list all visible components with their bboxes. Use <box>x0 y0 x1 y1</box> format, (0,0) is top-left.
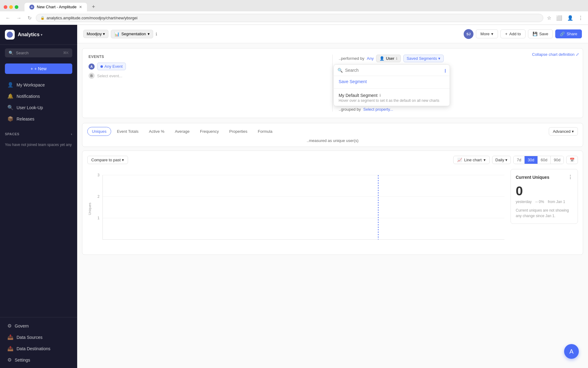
save-button[interactable]: 💾 Save <box>528 29 553 38</box>
compare-to-past-button[interactable]: Compare to past ▾ <box>87 156 128 164</box>
select-property-btn[interactable]: Select property... <box>363 107 393 112</box>
stats-meta: yesterday -- 0% from Jan 1 <box>516 200 573 204</box>
forward-button[interactable]: → <box>15 14 23 22</box>
dropdown-search-input[interactable] <box>345 68 442 73</box>
dropdown-menu: 🔍 | Save Segment My Defa <box>334 64 450 106</box>
line-chart-selector[interactable]: 📈 Line chart ▾ <box>453 156 489 164</box>
main-content: Moodjoy ▾ 📊 Segmentation ▾ ℹ SJ More ▾ <box>77 25 588 368</box>
share-button[interactable]: 🔗 Share <box>555 29 582 38</box>
sidebar-item-govern[interactable]: ⚙ Govern <box>2 320 75 331</box>
sidebar-item-settings[interactable]: ⚙ Settings <box>2 355 75 365</box>
fab-icon: A <box>569 348 573 355</box>
extensions-icon[interactable]: ⬜ <box>555 14 564 22</box>
events-panel: Events A Any Event B Select event... <box>89 55 333 112</box>
new-button[interactable]: + + New <box>5 63 72 74</box>
reload-button[interactable]: ↻ <box>26 14 33 22</box>
performed-by-row: ..performed by Any 👤 User ℹ Saved Segmen… <box>339 55 577 62</box>
search-input[interactable]: 🔍 Search ⌘K <box>5 48 72 57</box>
save-segment-item[interactable]: Save Segment <box>334 76 450 87</box>
chart-type-selector[interactable]: 📊 Segmentation ▾ <box>111 30 153 38</box>
advanced-button[interactable]: Advanced ▾ <box>549 127 578 136</box>
menu-icon[interactable]: ⋮ <box>577 14 584 22</box>
spaces-section: SPACES › <box>0 127 77 138</box>
user-badge[interactable]: 👤 User ℹ <box>376 55 401 62</box>
add-to-button[interactable]: + Add to <box>500 29 525 38</box>
minimize-window-btn[interactable] <box>9 5 13 9</box>
sidebar-item-releases[interactable]: 📦 Releases <box>2 113 75 124</box>
sidebar-bottom: ⚙ Govern 📥 Data Sources 📤 Data Destinati… <box>0 317 77 368</box>
event-any-event[interactable]: Any Event <box>97 63 126 70</box>
line-chart-chevron-icon: ▾ <box>484 158 486 162</box>
user-icon: 👤 <box>379 56 384 61</box>
dropdown-search-icon: 🔍 <box>337 68 343 73</box>
browser-tab[interactable]: A New Chart - Amplitude ✕ <box>24 3 87 11</box>
date-60d-btn[interactable]: 60d <box>538 156 551 164</box>
close-window-btn[interactable] <box>4 5 7 9</box>
tab-properties[interactable]: Properties <box>224 127 252 136</box>
stats-value: 0 <box>516 184 573 198</box>
project-selector[interactable]: Moodjoy ▾ <box>83 30 108 38</box>
tab-close-btn[interactable]: ✕ <box>79 5 82 9</box>
event-label-a: A <box>89 63 95 70</box>
chart-graph: 3 2 1 Uniques <box>87 169 504 250</box>
sidebar-item-notifications[interactable]: 🔔 Notifications <box>2 91 75 102</box>
tab-event-totals[interactable]: Event Totals <box>112 127 143 136</box>
stats-more-btn[interactable]: ⋮ <box>568 174 573 180</box>
daily-selector[interactable]: Daily ▾ <box>492 156 511 164</box>
spaces-arrow-icon[interactable]: › <box>71 132 72 136</box>
address-bar[interactable]: 🔒 analytics.amplitude.com/moodjoy/chart/… <box>36 14 543 22</box>
saved-segments-button[interactable]: Saved Segments ▾ <box>403 55 444 62</box>
select-event-btn[interactable]: Select event... <box>97 74 122 78</box>
tab-uniques[interactable]: Uniques <box>87 127 111 136</box>
cursor-icon: | <box>445 68 446 73</box>
date-7d-btn[interactable]: 7d <box>514 156 524 164</box>
svg-text:2: 2 <box>97 194 100 199</box>
govern-icon: ⚙ <box>7 323 12 329</box>
top-toolbar: Moodjoy ▾ 📊 Segmentation ▾ ℹ SJ More ▾ <box>77 25 588 43</box>
bookmark-icon[interactable]: ☆ <box>546 14 552 22</box>
sidebar-item-data-sources[interactable]: 📥 Data Sources <box>2 332 75 343</box>
add-icon: + <box>505 32 507 36</box>
tab-active-pct[interactable]: Active % <box>144 127 169 136</box>
sidebar-item-user-lookup[interactable]: 🔍 User Look-Up <box>2 102 75 113</box>
tab-average[interactable]: Average <box>170 127 194 136</box>
svg-text:Uniques: Uniques <box>88 202 92 215</box>
spaces-header: SPACES › <box>5 132 72 136</box>
profile-icon[interactable]: 👤 <box>566 14 575 22</box>
amplitude-fab[interactable]: A <box>564 344 579 359</box>
date-90d-btn[interactable]: 90d <box>551 156 564 164</box>
info-icon[interactable]: ℹ <box>156 32 157 36</box>
calendar-button[interactable]: 📅 <box>566 156 578 164</box>
tab-frequency[interactable]: Frequency <box>195 127 223 136</box>
data-sources-icon: 📥 <box>7 334 13 340</box>
app-name[interactable]: Analytics ▾ <box>18 32 42 37</box>
toolbar-left: Moodjoy ▾ 📊 Segmentation ▾ ℹ <box>83 30 157 38</box>
segment-info-icon: ℹ <box>379 93 381 98</box>
tab-formula[interactable]: Formula <box>253 127 277 136</box>
default-segment-item[interactable]: My Default Segment ℹ Hover over a segmen… <box>334 90 450 106</box>
any-selector[interactable]: Any <box>367 56 374 61</box>
event-row-a: A Any Event <box>89 63 326 70</box>
sidebar-search-area: 🔍 Search ⌘K <box>0 45 77 61</box>
user-lookup-icon: 🔍 <box>7 105 13 110</box>
new-tab-button[interactable]: + <box>89 2 98 11</box>
chart-controls: Compare to past ▾ 📈 Line chart ▾ Daily ▾ <box>87 156 578 164</box>
date-range-selector: 7d 30d 60d 90d <box>513 156 564 164</box>
sidebar-item-data-destinations[interactable]: 📤 Data Destinations <box>2 343 75 354</box>
plus-icon: + <box>31 66 33 71</box>
chart-area: Collapse chart definition ⤢ Events A Any… <box>77 43 588 368</box>
avatar: SJ <box>464 29 473 39</box>
maximize-window-btn[interactable] <box>15 5 18 9</box>
browser-toolbar-icons: ☆ ⬜ 👤 ⋮ <box>546 14 584 22</box>
data-destinations-icon: 📤 <box>7 346 13 351</box>
back-button[interactable]: ← <box>4 14 12 22</box>
metrics-right: Advanced ▾ <box>549 127 578 136</box>
stats-panel: Current Uniques ⋮ 0 yesterday -- 0% from… <box>511 169 578 250</box>
date-30d-btn[interactable]: 30d <box>525 156 538 164</box>
sidebar-item-my-workspace[interactable]: 👤 My Workspace <box>2 79 75 90</box>
user-info-icon: ℹ <box>396 56 398 61</box>
svg-text:1: 1 <box>97 216 100 220</box>
chart-viz: 3 2 1 Uniques <box>87 169 578 250</box>
more-button[interactable]: More ▾ <box>476 29 498 38</box>
notifications-icon: 🔔 <box>7 93 13 99</box>
